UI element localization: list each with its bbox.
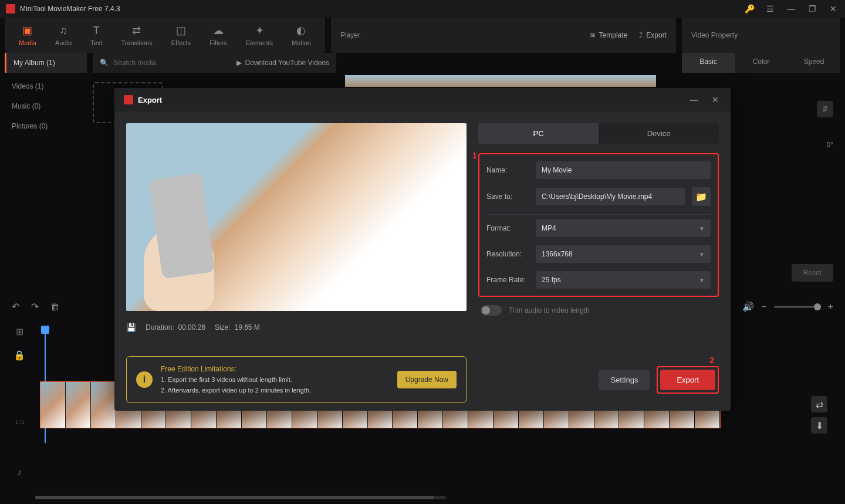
search-bar: 🔍 Search media ▶ Download YouTube Videos	[93, 53, 336, 73]
limitations-line2: 2. Afterwards, export video up to 2 minu…	[161, 385, 389, 396]
format-select[interactable]: MP4▼	[536, 219, 711, 237]
folder-icon: ▣	[22, 24, 32, 37]
tab-audio[interactable]: ♫Audio	[46, 20, 81, 51]
prop-tab-basic[interactable]: Basic	[682, 53, 735, 73]
chevron-down-icon: ▼	[699, 277, 705, 283]
size-value: 19.65 M	[234, 323, 259, 332]
export-tab-pc[interactable]: PC	[478, 123, 599, 144]
export-form-highlight: 1 Name: Save to: 📁 Format: MP4▼	[478, 153, 719, 297]
mute-button[interactable]: 🔊	[742, 301, 754, 312]
search-placeholder[interactable]: Search media	[113, 59, 157, 67]
tab-effects-label: Effects	[171, 39, 191, 46]
trim-audio-toggle[interactable]	[481, 305, 502, 316]
info-icon: i	[136, 371, 153, 388]
zoom-slider[interactable]	[774, 306, 821, 308]
download-youtube-link[interactable]: ▶ Download YouTube Videos	[236, 59, 329, 67]
tab-effects[interactable]: ◫Effects	[162, 19, 200, 51]
transitions-icon: ⇄	[132, 24, 141, 37]
main-toolbar: ▣Media ♫Audio TText ⇄Transitions ◫Effect…	[0, 18, 845, 53]
minimize-button[interactable]: —	[785, 3, 797, 15]
chevron-down-icon: ▼	[699, 225, 705, 232]
menu-icon[interactable]: ☰	[764, 3, 776, 15]
app-title: MiniTool MovieMaker Free 7.4.3	[20, 5, 120, 13]
name-label: Name:	[486, 166, 529, 174]
prop-tab-speed[interactable]: Speed	[787, 53, 840, 73]
effects-icon: ◫	[176, 24, 186, 37]
resolution-select[interactable]: 1366x768▼	[536, 245, 711, 263]
export-target-tabs: PC Device	[478, 123, 719, 144]
framerate-label: Frame Rate:	[486, 276, 529, 284]
annotation-2: 2	[709, 356, 714, 365]
tab-motion[interactable]: ◐Motion	[282, 19, 320, 51]
trim-audio-label: Trim audio to video length	[509, 306, 590, 314]
close-button[interactable]: ✕	[827, 3, 839, 15]
tab-filters[interactable]: ☁Filters	[200, 19, 236, 51]
tab-text[interactable]: TText	[81, 20, 111, 51]
name-input[interactable]	[536, 161, 711, 179]
redo-button[interactable]: ↷	[31, 301, 39, 312]
duration-value: 00:00:26	[178, 323, 205, 332]
sidebar-item-pictures[interactable]: Pictures (0)	[5, 116, 87, 136]
zoom-in-button[interactable]: +	[828, 302, 833, 312]
secondary-bar: My Album (1) 🔍 Search media ▶ Download Y…	[0, 53, 845, 73]
tab-media-label: Media	[19, 39, 36, 46]
chevron-down-icon: ▼	[699, 251, 705, 258]
browse-button[interactable]: 📁	[692, 187, 711, 206]
reset-button[interactable]: Reset	[792, 264, 833, 282]
undo-button[interactable]: ↶	[12, 301, 19, 312]
modal-close-button[interactable]: ✕	[709, 94, 721, 106]
delete-button[interactable]: 🗑	[50, 302, 60, 312]
tab-transitions[interactable]: ⇄Transitions	[111, 19, 161, 51]
album-tab[interactable]: My Album (1)	[5, 53, 87, 73]
sidebar-item-music[interactable]: Music (0)	[5, 96, 87, 116]
tab-audio-label: Audio	[55, 39, 72, 46]
tab-media[interactable]: ▣Media	[9, 19, 46, 51]
modal-header: Export — ✕	[114, 88, 731, 111]
upload-icon: ⤴	[639, 31, 643, 39]
export-preview	[126, 123, 467, 311]
tab-transitions-label: Transitions	[121, 39, 152, 46]
search-icon: 🔍	[100, 59, 109, 67]
tab-motion-label: Motion	[292, 39, 311, 46]
saveto-input[interactable]	[536, 188, 685, 205]
modal-minimize-button[interactable]: —	[688, 94, 700, 106]
music-icon: ♫	[59, 25, 67, 37]
text-icon: T	[93, 25, 100, 37]
annotation-1: 1	[472, 151, 477, 160]
flip-v-button[interactable]: ⇵	[817, 101, 833, 117]
format-label: Format:	[486, 224, 529, 232]
tab-elements[interactable]: ✦Elements	[236, 19, 282, 51]
modal-app-icon	[124, 95, 133, 104]
maximize-button[interactable]: ❐	[806, 3, 818, 15]
media-sidebar: Videos (1) Music (0) Pictures (0)	[5, 76, 87, 136]
lock-icon[interactable]: 🔒	[5, 344, 34, 368]
key-icon[interactable]: 🔑	[745, 4, 755, 13]
download-clip-button[interactable]: ⬇	[811, 417, 827, 434]
template-button[interactable]: ≋Template	[590, 31, 628, 39]
settings-button[interactable]: Settings	[599, 370, 650, 390]
limitations-line1: 1. Export the first 3 videos without len…	[161, 375, 389, 385]
add-track-button[interactable]: ⊞	[5, 320, 34, 344]
export-tab-device[interactable]: Device	[599, 123, 719, 144]
swap-button[interactable]: ⇄	[811, 396, 827, 412]
timeline-scrollbar[interactable]	[35, 496, 446, 499]
modal-title: Export	[138, 96, 162, 104]
zoom-out-button[interactable]: −	[761, 302, 766, 312]
rotate-value: 0°	[827, 141, 833, 149]
elements-icon: ✦	[255, 24, 264, 37]
export-button-highlight: 2 Export	[657, 366, 719, 394]
player-label: Player	[340, 31, 360, 39]
framerate-select[interactable]: 25 fps▼	[536, 271, 711, 289]
export-button-top[interactable]: ⤴Export	[639, 31, 667, 39]
upgrade-button[interactable]: Upgrade Now	[397, 371, 457, 388]
property-panel-header: Video Property	[682, 18, 840, 53]
prop-tab-color[interactable]: Color	[735, 53, 787, 73]
video-track-icon: ▭	[5, 410, 34, 434]
save-icon: 💾	[126, 323, 136, 332]
player-panel-header: Player ≋Template ⤴Export	[331, 18, 676, 53]
size-label: Size:	[215, 323, 231, 332]
sidebar-item-videos[interactable]: Videos (1)	[5, 76, 87, 96]
export-button[interactable]: Export	[660, 370, 715, 390]
property-panel-title: Video Property	[691, 31, 738, 39]
limitations-banner: i Free Edition Limitations: 1. Export th…	[126, 356, 467, 403]
